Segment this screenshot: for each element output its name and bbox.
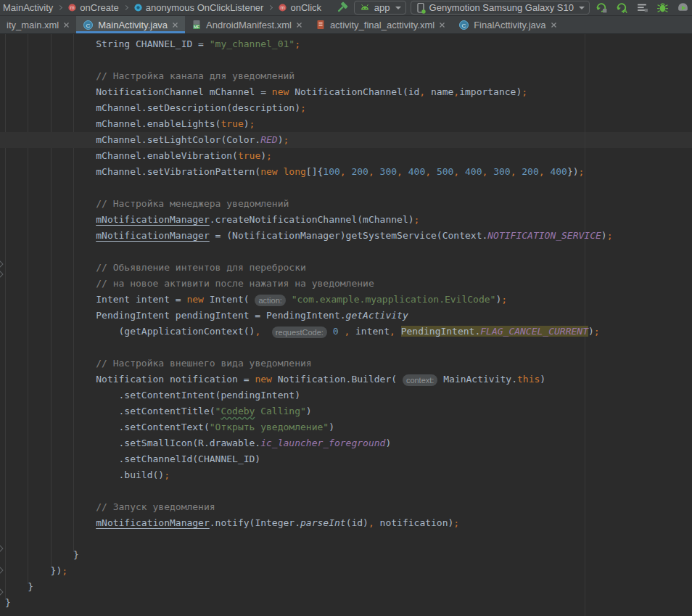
breadcrumb-item[interactable]: monCreate <box>66 2 120 13</box>
fold-marker[interactable] <box>0 566 4 574</box>
code-line[interactable] <box>5 340 613 356</box>
run-toolbar: app Genymotion Samsung Galaxy S10 A <box>334 1 692 15</box>
code-line[interactable]: mChannel.enableLights(true); <box>5 116 613 132</box>
code-line[interactable]: NotificationChannel mChannel = new Notif… <box>5 84 613 100</box>
toolbar-action-buttons: A <box>594 1 691 15</box>
breadcrumb-separator-icon <box>123 5 128 10</box>
parameter-hint: context: <box>403 374 438 386</box>
tab-label: MainActivity.java <box>98 20 168 30</box>
svg-text:C: C <box>462 22 466 28</box>
code-line[interactable] <box>5 483 613 499</box>
tab-label: activity_final_acttivity.xml <box>330 20 434 30</box>
code-line[interactable]: .setChannelId(CHANNEL_ID) <box>5 451 613 467</box>
code-line[interactable]: } <box>5 579 613 595</box>
editor-tab-bar: ity_main.xmlCMainActivity.javaMFAndroidM… <box>0 16 692 34</box>
breadcrumb-item[interactable]: monClick <box>276 2 323 13</box>
breadcrumb-separator-icon <box>268 5 273 10</box>
svg-text:C: C <box>86 22 91 28</box>
debug-button[interactable] <box>655 1 670 15</box>
code-line[interactable]: // Настройка менеджера уведомлений <box>5 196 613 212</box>
hammer-icon <box>336 1 348 14</box>
tab-close-button[interactable] <box>296 22 302 28</box>
navigation-bar: MainActivitymonCreateanonymous OnClickLi… <box>0 0 692 16</box>
method-icon: m <box>278 3 287 12</box>
parameter-hint: action: <box>255 295 285 306</box>
tab-androidmanifest-xml[interactable]: MFAndroidManifest.xml <box>185 16 309 33</box>
code-area[interactable]: String CHANNEL_ID = "my_channel_01"; // … <box>5 36 613 611</box>
fold-marker[interactable] <box>0 270 4 278</box>
tab-ity-main-xml[interactable]: ity_main.xml <box>0 16 76 33</box>
apply-code-changes-button[interactable]: A <box>614 1 630 15</box>
code-line[interactable]: PendingIntent pendingIntent = PendingInt… <box>5 308 613 324</box>
code-line[interactable]: mChannel.setLightColor(Color.RED); <box>5 132 613 148</box>
code-line[interactable] <box>5 52 613 68</box>
fold-marker[interactable] <box>0 588 4 596</box>
code-line[interactable]: // Настройка канала для уведомлений <box>5 68 613 84</box>
code-line[interactable]: Notification notification = new Notifica… <box>5 371 613 387</box>
build-button[interactable] <box>334 1 350 15</box>
profiler-button[interactable] <box>675 1 691 15</box>
phone-icon <box>416 2 426 14</box>
device-select[interactable]: Genymotion Samsung Galaxy S10 <box>411 1 590 15</box>
code-line[interactable] <box>5 180 613 196</box>
code-line[interactable]: Intent intent = new Intent( action: "com… <box>5 292 613 308</box>
code-line[interactable]: mChannel.setVibrationPattern(new long[]{… <box>5 164 613 180</box>
tab-close-button[interactable] <box>551 22 557 28</box>
fold-marker[interactable] <box>0 260 4 268</box>
code-line[interactable]: .setContentText("Открыть уведомление") <box>5 419 613 435</box>
code-line[interactable]: String CHANNEL_ID = "my_channel_01"; <box>5 36 613 52</box>
tab-close-button[interactable] <box>172 22 178 28</box>
breadcrumb-item[interactable]: MainActivity <box>1 2 54 13</box>
tab-label: ity_main.xml <box>7 20 59 30</box>
tab-label: FinalActtivity.java <box>474 20 545 30</box>
run-configuration-label: app <box>374 2 390 13</box>
svg-text:MF: MF <box>194 25 200 29</box>
profiler-icon <box>677 1 689 14</box>
breadcrumb-label: onCreate <box>80 2 118 13</box>
code-line[interactable]: } <box>5 547 613 563</box>
device-label: Genymotion Samsung Galaxy S10 <box>429 2 574 13</box>
code-line[interactable]: }); <box>5 563 613 579</box>
tab-label: AndroidManifest.xml <box>206 20 292 30</box>
android-icon <box>359 2 371 14</box>
fold-marker[interactable] <box>0 544 4 552</box>
code-line[interactable] <box>5 244 613 260</box>
code-line[interactable]: // Запуск уведомления <box>5 499 613 515</box>
code-line[interactable]: (getApplicationContext(), requestCode: 0… <box>5 324 613 340</box>
code-line[interactable]: // Обьявление интентов для переброски <box>5 260 613 276</box>
apply-changes-icon <box>596 1 608 14</box>
breadcrumb-label: MainActivity <box>3 2 53 13</box>
svg-text:m: m <box>70 4 75 11</box>
tab-close-button[interactable] <box>63 22 70 28</box>
chevron-down-icon <box>579 7 585 9</box>
tab-close-button[interactable] <box>439 22 445 28</box>
code-line[interactable]: } <box>5 595 613 611</box>
breadcrumb-item[interactable]: anonymous OnClickListener <box>132 2 265 13</box>
code-line[interactable] <box>5 531 613 547</box>
code-line[interactable]: // на новое активити после нажатия на ув… <box>5 276 613 292</box>
code-line[interactable]: .setContentTitle("Codeby Calling") <box>5 403 613 419</box>
svg-text:A: A <box>622 7 627 14</box>
tab-activity-final-acttivity-xml[interactable]: activity_final_acttivity.xml <box>309 16 452 33</box>
code-line[interactable]: mNotificationManager = (NotificationMana… <box>5 228 613 244</box>
code-line[interactable]: mNotificationManager.createNotificationC… <box>5 212 613 228</box>
code-line[interactable]: mChannel.setDescription(description); <box>5 100 613 116</box>
method-icon: m <box>67 3 77 12</box>
chevron-down-icon <box>395 7 401 9</box>
breadcrumb-separator-icon <box>57 5 62 10</box>
run-configuration-select[interactable]: app <box>354 1 406 15</box>
code-line[interactable]: .setContentIntent(pendingIntent) <box>5 387 613 403</box>
code-line[interactable]: .build(); <box>5 467 613 483</box>
breadcrumb-label: onClick <box>290 2 321 13</box>
apply-changes-restart-button[interactable] <box>594 1 609 15</box>
code-line[interactable]: .setSmallIcon(R.drawable.ic_launcher_for… <box>5 435 613 451</box>
code-line[interactable]: mChannel.enableVibration(true); <box>5 148 613 164</box>
tab-mainactivity-java[interactable]: CMainActivity.java <box>76 16 185 33</box>
code-editor[interactable]: String CHANNEL_ID = "my_channel_01"; // … <box>0 34 692 616</box>
code-line[interactable]: mNotificationManager.notify(Integer.pars… <box>5 515 613 531</box>
class-icon: C <box>458 20 469 30</box>
attach-debugger-button[interactable] <box>635 1 650 15</box>
code-line[interactable]: // Настройка внешнего вида уведомления <box>5 356 613 371</box>
tab-finalacttivity-java[interactable]: CFinalActtivity.java <box>452 16 563 33</box>
class-icon: C <box>83 20 94 30</box>
